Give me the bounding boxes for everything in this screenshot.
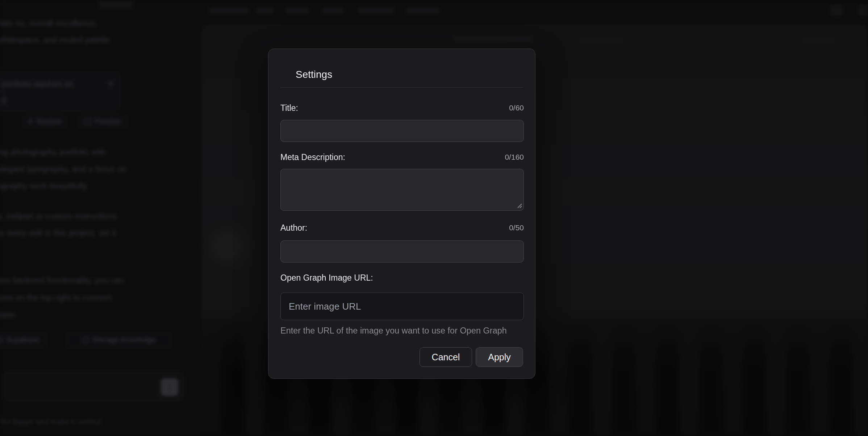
title-label: Title: bbox=[280, 103, 298, 113]
og-image-label: Open Graph Image URL: bbox=[280, 273, 373, 283]
og-image-url-input[interactable] bbox=[280, 293, 524, 320]
meta-description-field-row: Meta Description: 0/160 bbox=[280, 152, 524, 163]
og-image-helper-text: Enter the URL of the image you want to u… bbox=[280, 326, 530, 336]
screen: hats no, overall excellence, whitespace,… bbox=[0, 0, 868, 436]
divider bbox=[280, 87, 523, 88]
author-counter: 0/50 bbox=[509, 223, 524, 232]
title-counter: 0/60 bbox=[509, 104, 524, 112]
settings-dialog: Settings Title: 0/60 Meta Description: 0… bbox=[268, 49, 535, 379]
cancel-button[interactable]: Cancel bbox=[420, 347, 472, 367]
meta-description-label: Meta Description: bbox=[280, 152, 345, 162]
author-field-row: Author: 0/50 bbox=[280, 222, 524, 233]
apply-button[interactable]: Apply bbox=[476, 347, 523, 367]
meta-description-wrap bbox=[280, 169, 524, 211]
title-input[interactable] bbox=[280, 120, 524, 142]
meta-description-textarea[interactable] bbox=[280, 169, 524, 211]
title-field-row: Title: 0/60 bbox=[280, 102, 524, 113]
author-input[interactable] bbox=[280, 240, 524, 263]
dialog-title: Settings bbox=[296, 68, 332, 81]
og-image-field-row: Open Graph Image URL: bbox=[280, 272, 524, 283]
meta-description-counter: 0/160 bbox=[505, 153, 524, 162]
author-label: Author: bbox=[280, 223, 307, 233]
